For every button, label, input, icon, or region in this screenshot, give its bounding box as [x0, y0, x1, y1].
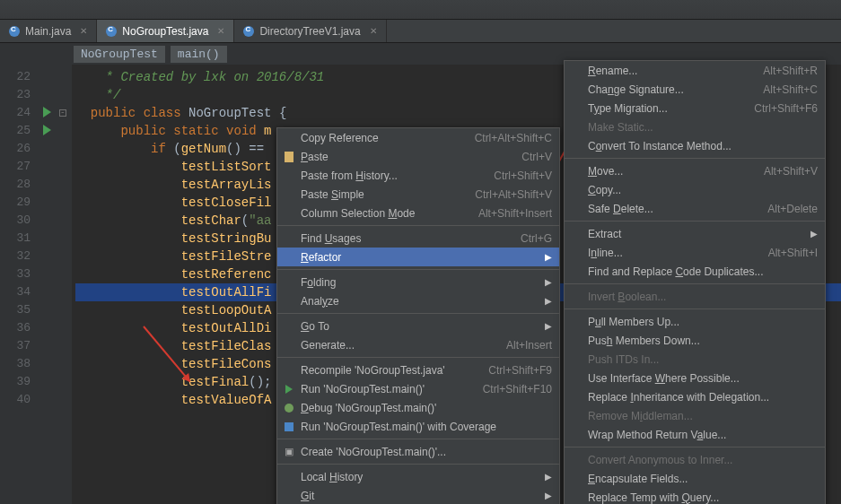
ctx-debug-nogrouptest-main[interactable]: Debug 'NoGroupTest.main()'	[277, 398, 559, 417]
breadcrumb-class[interactable]: NoGroupTest	[74, 46, 165, 63]
shortcut-label: Alt+Shift+C	[745, 83, 818, 96]
menu-item-label: Convert To Instance Method...	[588, 140, 731, 152]
menu-separator	[277, 464, 559, 465]
context-menu[interactable]: Copy ReferenceCtrl+Alt+Shift+CPasteCtrl+…	[276, 127, 560, 504]
ctx-recompile-nogrouptest-java[interactable]: Recompile 'NoGroupTest.java'Ctrl+Shift+F…	[277, 361, 559, 379]
shortcut-label: Ctrl+Shift+V	[476, 169, 552, 182]
shortcut-label: Ctrl+V	[504, 151, 552, 163]
create-icon: ▣	[283, 446, 295, 458]
tab-nogrouptest-java[interactable]: NoGroupTest.java ✕	[97, 20, 234, 42]
ctx-paste[interactable]: PasteCtrl+V	[277, 147, 559, 166]
refactor-submenu[interactable]: Rename...Alt+Shift+RChange Signature...A…	[564, 60, 826, 504]
menu-item-label: Run 'NoGroupTest.main()' with Coverage	[301, 421, 496, 433]
tab-main-java[interactable]: Main.java ✕	[0, 20, 97, 42]
menu-separator	[277, 313, 559, 314]
ctx-generate[interactable]: Generate...Alt+Insert	[277, 335, 559, 354]
submenu-arrow-icon: ▶	[545, 296, 552, 306]
refactor-rename[interactable]: Rename...Alt+Shift+R	[565, 61, 825, 80]
ctx-run-nogrouptest-main-with-coverage[interactable]: Run 'NoGroupTest.main()' with Coverage	[277, 417, 559, 436]
refactor-pull-members-up[interactable]: Pull Members Up...	[565, 312, 825, 331]
java-class-icon	[106, 26, 117, 37]
menu-item-label: Push Members Down...	[588, 335, 700, 347]
refactor-make-static: Make Static...	[565, 117, 825, 136]
refactor-extract[interactable]: Extract▶	[565, 224, 825, 243]
refactor-remove-middleman: Remove Middleman...	[565, 406, 825, 425]
shortcut-label: Alt+Shift+V	[746, 165, 818, 178]
shortcut-label: Alt+Delete	[749, 203, 818, 215]
menu-item-label: Recompile 'NoGroupTest.java'	[301, 364, 445, 377]
tab-directorytree-java[interactable]: DirectoryTreeV1.java ✕	[234, 20, 386, 42]
ctx-find-usages[interactable]: Find UsagesCtrl+G	[277, 229, 559, 248]
shortcut-label: Ctrl+Shift+F6	[736, 102, 818, 115]
shortcut-label: Ctrl+G	[503, 232, 552, 245]
menu-item-label: Extract	[588, 228, 621, 240]
refactor-push-itds-in: Push ITDs In...	[565, 350, 825, 369]
ctx-go-to[interactable]: Go To▶	[277, 317, 559, 335]
refactor-invert-boolean: Invert Boolean...	[565, 287, 825, 306]
menu-item-label: Paste from History...	[301, 169, 398, 182]
close-icon[interactable]: ✕	[217, 26, 224, 36]
java-class-icon	[9, 26, 20, 37]
ctx-run-nogrouptest-main[interactable]: Run 'NoGroupTest.main()'Ctrl+Shift+F10	[277, 379, 559, 398]
close-icon[interactable]: ✕	[370, 26, 377, 36]
ctx-create-nogrouptest-main[interactable]: ▣Create 'NoGroupTest.main()'...	[277, 442, 559, 461]
ctx-analyze[interactable]: Analyze▶	[277, 291, 559, 310]
run-gutter-icon[interactable]	[43, 107, 51, 117]
menu-item-label: Type Migration...	[588, 102, 668, 115]
menu-item-label: Paste Simple	[301, 188, 364, 201]
menu-separator	[277, 269, 559, 270]
java-class-icon	[243, 26, 254, 37]
ctx-paste-simple[interactable]: Paste SimpleCtrl+Alt+Shift+V	[277, 185, 559, 204]
coverage-icon	[283, 421, 295, 433]
refactor-replace-temp-with-query[interactable]: Replace Temp with Query...	[565, 488, 825, 504]
close-icon[interactable]: ✕	[80, 26, 87, 36]
refactor-move[interactable]: Move...Alt+Shift+V	[565, 161, 825, 180]
ctx-folding[interactable]: Folding▶	[277, 273, 559, 291]
refactor-inline[interactable]: Inline...Alt+Shift+I	[565, 243, 825, 262]
ctx-local-history[interactable]: Local History▶	[277, 467, 559, 486]
shortcut-label: Ctrl+Alt+Shift+V	[457, 188, 552, 201]
refactor-type-migration[interactable]: Type Migration...Ctrl+Shift+F6	[565, 99, 825, 117]
refactor-change-signature[interactable]: Change Signature...Alt+Shift+C	[565, 80, 825, 99]
shortcut-label: Ctrl+Shift+F9	[470, 364, 552, 377]
shortcut-label: Alt+Shift+Insert	[460, 207, 552, 220]
menu-item-label: Column Selection Mode	[301, 207, 415, 220]
menu-item-label: Analyze	[301, 295, 339, 308]
run-gutter-icon[interactable]	[43, 125, 51, 135]
refactor-use-interface-where-possible[interactable]: Use Interface Where Possible...	[565, 369, 825, 387]
menu-item-label: Folding	[301, 276, 336, 289]
fold-icon[interactable]	[59, 109, 66, 117]
refactor-encapsulate-fields[interactable]: Encapsulate Fields...	[565, 469, 825, 488]
paste-icon	[283, 151, 295, 163]
menu-item-label: Pull Members Up...	[588, 316, 679, 328]
menu-separator	[277, 225, 559, 226]
ctx-column-selection-mode[interactable]: Column Selection ModeAlt+Shift+Insert	[277, 204, 559, 222]
refactor-safe-delete[interactable]: Safe Delete...Alt+Delete	[565, 199, 825, 218]
menu-separator	[565, 308, 825, 309]
menu-separator	[565, 447, 825, 448]
refactor-push-members-down[interactable]: Push Members Down...	[565, 331, 825, 350]
menu-item-label: Replace Inheritance with Delegation...	[588, 391, 769, 404]
refactor-convert-to-instance-method[interactable]: Convert To Instance Method...	[565, 136, 825, 155]
ctx-paste-from-history[interactable]: Paste from History...Ctrl+Shift+V	[277, 166, 559, 185]
submenu-arrow-icon: ▶	[545, 252, 552, 262]
refactor-find-and-replace-code-duplicates[interactable]: Find and Replace Code Duplicates...	[565, 262, 825, 281]
menu-item-label: Use Interface Where Possible...	[588, 372, 740, 385]
ctx-copy-reference[interactable]: Copy ReferenceCtrl+Alt+Shift+C	[277, 128, 559, 147]
submenu-arrow-icon: ▶	[545, 277, 552, 287]
ctx-refactor[interactable]: Refactor▶	[277, 248, 559, 266]
refactor-wrap-method-return-value[interactable]: Wrap Method Return Value...	[565, 425, 825, 444]
menu-item-label: Find and Replace Code Duplicates...	[588, 265, 763, 278]
refactor-replace-inheritance-with-delegation[interactable]: Replace Inheritance with Delegation...	[565, 387, 825, 406]
toolbar	[0, 0, 841, 20]
menu-item-label: Copy...	[588, 184, 621, 196]
menu-item-label: Encapsulate Fields...	[588, 473, 688, 485]
refactor-convert-anonymous-to-inner: Convert Anonymous to Inner...	[565, 450, 825, 469]
menu-item-label: Go To	[301, 320, 329, 333]
ctx-git[interactable]: Git▶	[277, 486, 559, 504]
breadcrumb-method[interactable]: main()	[171, 46, 227, 63]
refactor-copy[interactable]: Copy...	[565, 180, 825, 199]
menu-item-label: Convert Anonymous to Inner...	[588, 454, 732, 466]
menu-separator	[277, 439, 559, 439]
submenu-arrow-icon: ▶	[545, 491, 552, 500]
